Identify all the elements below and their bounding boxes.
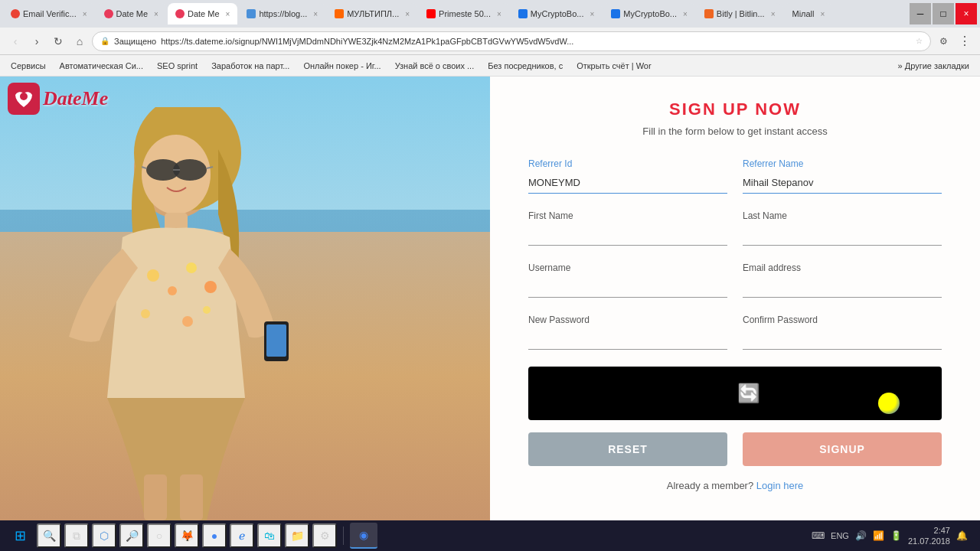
menu-button[interactable]: ⋮ — [956, 32, 974, 51]
username-input[interactable] — [528, 276, 727, 298]
tab-yt-close[interactable]: × — [497, 10, 501, 18]
lang-indicator[interactable]: ENG — [831, 531, 849, 540]
tab-email[interactable]: Email Verific... × — [3, 3, 95, 24]
svg-point-11 — [186, 262, 197, 273]
tab-yt[interactable]: Primeste 50... × — [419, 3, 509, 24]
first-name-input[interactable] — [528, 224, 727, 246]
referrer-name-label: Referrer Name — [743, 158, 942, 169]
notification-icon[interactable]: 🔔 — [956, 530, 968, 541]
tab-mil-close[interactable]: × — [821, 10, 825, 18]
task-view-button[interactable]: ⧉ — [64, 523, 89, 548]
tab-multi-close[interactable]: × — [405, 10, 410, 18]
start-button[interactable]: ⊞ — [6, 522, 34, 549]
tab-crypto2-label: MyCryptoBo... — [623, 9, 677, 18]
svg-rect-19 — [180, 474, 203, 520]
email-input[interactable] — [743, 276, 942, 298]
edge-button[interactable]: ⬡ — [92, 523, 116, 548]
bookmark-seo[interactable]: SEO sprint — [152, 60, 202, 72]
maximize-button[interactable]: □ — [933, 3, 954, 24]
signup-button[interactable]: SIGNUP — [743, 432, 942, 466]
home-button[interactable]: ⌂ — [70, 32, 89, 51]
bookmark-earnings[interactable]: Заработок на парт... — [207, 60, 294, 72]
minimize-button[interactable]: ─ — [910, 3, 931, 24]
chrome-app-icon: ◉ — [359, 529, 368, 541]
extensions-button[interactable]: ⚙ — [934, 32, 952, 51]
tab-bitly[interactable]: Bitly | Bitlin... × — [697, 3, 783, 24]
tab-crypto2-close[interactable]: × — [683, 10, 688, 18]
bookmarks-bar: Сервисы Автоматическая Си... SEO sprint … — [0, 55, 980, 77]
reload-button[interactable]: ↻ — [49, 32, 67, 51]
date-display: 21.07.2018 — [908, 536, 950, 546]
new-password-input[interactable] — [528, 328, 727, 350]
windows-logo-icon: ⊞ — [15, 527, 26, 544]
nav-bar: ‹ › ↻ ⌂ 🔒 Защищено https://ts.dateme.io/… — [0, 28, 980, 55]
bookmark-account[interactable]: Открыть счёт | Wor — [572, 60, 655, 72]
confirm-password-input[interactable] — [743, 328, 942, 350]
svg-point-15 — [203, 306, 211, 314]
battery-icon[interactable]: 🔋 — [890, 530, 902, 541]
referrer-row: Referrer Id Referrer Name — [528, 158, 942, 194]
close-window-button[interactable]: × — [956, 3, 977, 24]
chrome-button[interactable]: ● — [202, 523, 227, 548]
last-name-input[interactable] — [743, 224, 942, 246]
clock[interactable]: 2:47 21.07.2018 — [908, 525, 950, 547]
bookmark-poker[interactable]: Онлайн покер - Иг... — [299, 60, 385, 72]
search-app-button[interactable]: 🔎 — [119, 523, 144, 548]
back-button[interactable]: ‹ — [6, 32, 24, 51]
login-link[interactable]: Login here — [756, 480, 803, 491]
taskbar-chrome-app[interactable]: ◉ — [350, 523, 377, 549]
referrer-id-input[interactable] — [528, 172, 727, 194]
tab-dateme1[interactable]: Date Me × — [96, 3, 166, 24]
cortana-button[interactable]: ○ — [147, 523, 172, 548]
bookmark-services[interactable]: Сервисы — [6, 60, 51, 72]
tab-blog-label: https://blog... — [259, 9, 307, 18]
tab-email-close[interactable]: × — [83, 10, 87, 18]
tab-yt-label: Primeste 50... — [439, 9, 491, 18]
taskbar-system: ⌨ ENG 🔊 📶 🔋 2:47 21.07.2018 🔔 — [805, 525, 974, 547]
tab-crypto1-close[interactable]: × — [590, 10, 594, 18]
captcha-area[interactable]: ☒ 🔄 — [528, 367, 942, 420]
referrer-name-group: Referrer Name — [743, 158, 942, 194]
tab-blog[interactable]: https://blog... × — [239, 3, 325, 24]
captcha-reload-icon: 🔄 — [737, 383, 760, 404]
firefox-button[interactable]: 🦊 — [175, 523, 199, 548]
forward-button[interactable]: › — [28, 32, 46, 51]
reset-button[interactable]: RESET — [528, 432, 727, 466]
tab-dateme2[interactable]: Date Me × — [168, 3, 237, 24]
tab-dateme2-label: Date Me — [188, 9, 220, 18]
store-button[interactable]: 🛍 — [257, 523, 282, 548]
files-button[interactable]: 📁 — [285, 523, 309, 548]
signup-title: SIGN UP NOW — [528, 99, 942, 119]
captcha-content: ☒ 🔄 — [710, 380, 760, 407]
taskbar-open-apps: ◉ — [350, 523, 575, 549]
tab-bitly-close[interactable]: × — [771, 10, 776, 18]
tab-crypto1-label: MyCryptoBo... — [531, 9, 584, 18]
tab-dateme2-close[interactable]: × — [226, 10, 230, 18]
svg-point-14 — [182, 316, 193, 327]
star-icon[interactable]: ☆ — [916, 37, 923, 45]
ie-button[interactable]: ℯ — [230, 523, 254, 548]
tab-crypto2[interactable]: MyCryptoBo... × — [603, 3, 695, 24]
tab-bitly-favicon — [704, 9, 714, 18]
tab-multi[interactable]: МУЛЬТИПЛ... × — [327, 3, 417, 24]
address-bar[interactable]: 🔒 Защищено https://ts.dateme.io/signup/N… — [92, 31, 931, 51]
settings-button[interactable]: ⚙ — [312, 523, 337, 548]
bookmark-other[interactable]: » Другие закладки — [893, 60, 974, 72]
tab-blog-close[interactable]: × — [313, 10, 318, 18]
tab-crypto1[interactable]: MyCryptoBo... × — [511, 3, 603, 24]
already-member-text: Already a member? — [667, 480, 753, 491]
search-button[interactable]: 🔍 — [37, 523, 61, 548]
login-link-row: Already a member? Login here — [528, 480, 942, 491]
volume-icon[interactable]: 🔊 — [855, 530, 867, 541]
bookmark-find[interactable]: Узнай всё о своих ... — [390, 60, 479, 72]
tab-dateme1-close[interactable]: × — [154, 10, 158, 18]
button-row: RESET SIGNUP — [528, 432, 942, 466]
svg-rect-18 — [144, 474, 167, 520]
referrer-name-input[interactable] — [743, 172, 942, 194]
captcha-image: ☒ — [710, 380, 731, 407]
bookmark-direct[interactable]: Без посредников, с — [483, 60, 567, 72]
network-icon[interactable]: 📶 — [873, 530, 884, 541]
tab-bitly-label: Bitly | Bitlin... — [717, 9, 765, 18]
bookmark-auto[interactable]: Автоматическая Си... — [55, 60, 148, 72]
tab-mil[interactable]: Мілall × — [784, 3, 832, 24]
